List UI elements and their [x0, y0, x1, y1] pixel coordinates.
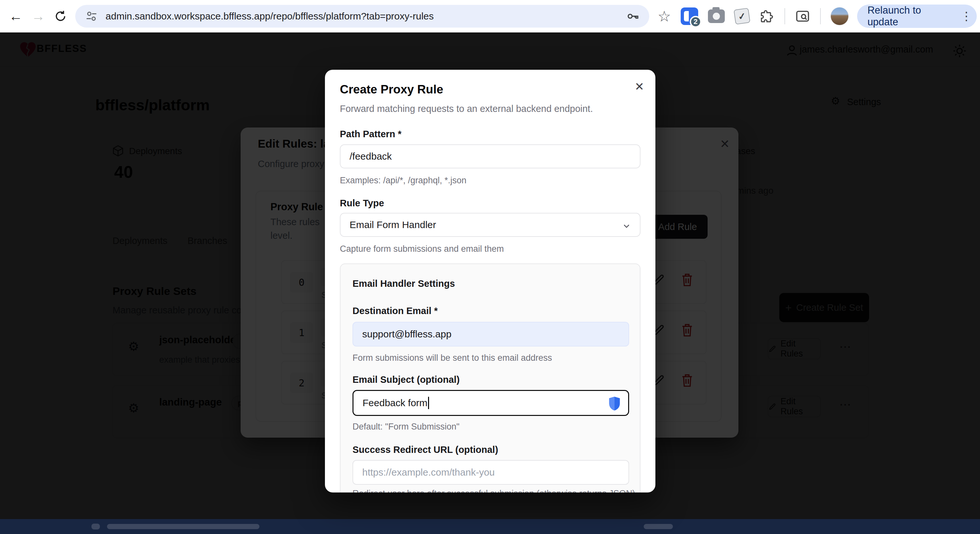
- browser-reload-icon[interactable]: [49, 9, 72, 23]
- rule-set-description: example that proxies to: [159, 355, 250, 365]
- email-subject-help: Default: "Form Submission": [353, 422, 460, 432]
- bottom-status-bar: [0, 519, 980, 534]
- delete-rule-trash-icon[interactable]: [680, 322, 694, 338]
- rule-set-gear-icon: ⚙: [128, 340, 139, 354]
- edit-rules-modal-subtitle: Configure proxy: [258, 159, 324, 169]
- rule-type-select[interactable]: Email Form Handler: [340, 213, 641, 237]
- destination-email-input[interactable]: support@bffless.app: [353, 322, 629, 346]
- modal-subtitle: Forward matching requests to an external…: [340, 104, 593, 114]
- redirect-url-input[interactable]: [353, 460, 629, 485]
- add-rule-button[interactable]: Add Rule: [648, 215, 708, 239]
- add-rule-label: Add Rule: [658, 222, 697, 232]
- rule-type-help: Capture form submissions and email them: [340, 244, 504, 254]
- edit-rules-label: Edit Rules: [781, 397, 820, 416]
- plus-icon: +: [785, 301, 792, 314]
- password-manager-shield-icon[interactable]: [608, 396, 621, 411]
- user-icon[interactable]: [785, 43, 799, 58]
- email-settings-heading: Email Handler Settings: [353, 278, 455, 289]
- rule-set-name: json-placeholder: [159, 334, 240, 346]
- rule-sets-heading: Proxy Rule Sets: [113, 285, 197, 298]
- close-icon[interactable]: ✕: [635, 80, 644, 93]
- relaunch-to-update-button[interactable]: Relaunch to update ⋮: [857, 5, 977, 28]
- tab-deployments[interactable]: Deployments: [113, 236, 167, 246]
- edit-rules-label: Edit Rules: [781, 339, 820, 359]
- rule-set-name: landing-page: [159, 397, 222, 408]
- redirect-url-help: Redirect user here after successful subm…: [353, 489, 635, 493]
- card-menu-icon[interactable]: ⋯: [839, 398, 851, 411]
- modal-title: Create Proxy Rule: [340, 83, 443, 96]
- email-subject-label: Email Subject (optional): [353, 375, 460, 385]
- url-text[interactable]: admin.sandbox.workspace.bffless.app/repo…: [106, 11, 626, 22]
- browser-back-icon[interactable]: ←: [5, 8, 27, 24]
- create-proxy-rule-modal: ✕ Create Proxy Rule Forward matching req…: [325, 70, 655, 493]
- extension-badge: 2: [690, 16, 702, 27]
- brand-name: BFFLESS: [37, 43, 87, 54]
- theme-toggle-sun-icon[interactable]: [952, 43, 967, 58]
- email-handler-settings-box: Email Handler Settings Destination Email…: [340, 263, 641, 493]
- user-email[interactable]: james.charlesworth@gmail.com: [800, 44, 933, 55]
- delete-rule-trash-icon[interactable]: [680, 373, 694, 388]
- toolbar-divider: [784, 8, 785, 24]
- pencil-icon: [768, 344, 777, 353]
- path-pattern-help: Examples: /api/*, /graphql, *.json: [340, 175, 466, 186]
- redirect-url-label: Success Redirect URL (optional): [353, 445, 498, 455]
- side-panel-search-icon[interactable]: [795, 8, 810, 24]
- deployments-stat-label: Deployments: [129, 146, 182, 156]
- page-title: bffless/platform: [95, 96, 210, 114]
- rule-type-label: Rule Type: [340, 198, 384, 209]
- repo-tabs: Deployments Branches A: [113, 236, 254, 246]
- password-key-icon[interactable]: [626, 10, 640, 23]
- rule-index-badge: 2: [290, 373, 313, 393]
- email-subject-input[interactable]: Feedback form: [353, 390, 629, 416]
- status-bar-text-blur: [107, 524, 259, 529]
- status-bar-text-blur: [644, 524, 673, 529]
- edit-rules-button[interactable]: Edit Rules: [768, 396, 821, 417]
- relaunch-label: Relaunch to update: [867, 5, 953, 28]
- destination-email-value: support@bffless.app: [362, 328, 452, 340]
- browser-menu-kebab-icon[interactable]: ⋮: [961, 10, 972, 23]
- app-header: BFFLESS james.charlesworth@gmail.com: [0, 32, 980, 67]
- mail-extension-icon[interactable]: ✓: [733, 8, 750, 25]
- rule-type-value: Email Form Handler: [350, 219, 436, 230]
- proxy-rules-card-sub: level.: [270, 230, 293, 241]
- camera-extension-icon[interactable]: [708, 10, 725, 23]
- rule-index-badge: 0: [290, 272, 313, 293]
- deployments-cube-icon: [112, 145, 124, 157]
- destination-email-label: Destination Email *: [353, 306, 438, 316]
- rule-set-gear-icon: ⚙: [128, 401, 139, 415]
- proxy-rules-card-sub: These rules: [270, 217, 320, 228]
- create-rule-set-button[interactable]: + Create Rule Set: [779, 293, 869, 322]
- email-subject-value: Feedback form: [363, 397, 427, 408]
- rule-sets-subheading: Manage reusable proxy rule co: [113, 305, 242, 316]
- deployments-stat-value: 40: [114, 162, 133, 182]
- rule-index-badge: 1: [290, 322, 313, 343]
- toolbar-divider: [820, 8, 821, 24]
- pencil-icon: [768, 402, 777, 411]
- bookmark-star-icon[interactable]: ☆: [658, 9, 671, 24]
- password-extension-icon[interactable]: 2: [681, 8, 698, 25]
- tab-branches[interactable]: Branches: [188, 236, 228, 246]
- create-rule-set-label: Create Rule Set: [796, 302, 863, 313]
- settings-link[interactable]: Settings: [847, 97, 881, 107]
- delete-rule-trash-icon[interactable]: [680, 272, 694, 287]
- browser-forward-icon[interactable]: →: [27, 8, 49, 24]
- url-bar[interactable]: admin.sandbox.workspace.bffless.app/repo…: [75, 5, 649, 27]
- destination-email-help: Form submissions will be sent to this em…: [353, 353, 552, 363]
- close-icon[interactable]: ✕: [720, 137, 730, 151]
- path-pattern-input[interactable]: /feedback: [340, 144, 641, 168]
- browser-toolbar: ← → admin.sandbox.workspace.bffless.app/…: [0, 0, 980, 32]
- card-menu-icon[interactable]: ⋯: [839, 340, 851, 354]
- edit-rules-modal-title: Edit Rules: la: [258, 137, 330, 150]
- extensions-puzzle-icon[interactable]: [759, 8, 775, 24]
- broken-heart-logo: [19, 41, 36, 59]
- proxy-rules-card-title: Proxy Rule: [270, 201, 323, 213]
- path-pattern-label: Path Pattern *: [340, 129, 401, 140]
- chevron-down-icon: [622, 221, 632, 231]
- edit-rules-button[interactable]: Edit Rules: [768, 338, 821, 359]
- status-bar-icon: [91, 524, 100, 529]
- browser-profile-avatar[interactable]: [830, 7, 849, 25]
- text-cursor: [428, 397, 429, 409]
- site-settings-tune-icon[interactable]: [85, 10, 98, 23]
- path-pattern-value: /feedback: [350, 151, 392, 162]
- settings-gear-icon[interactable]: ⚙: [831, 95, 840, 107]
